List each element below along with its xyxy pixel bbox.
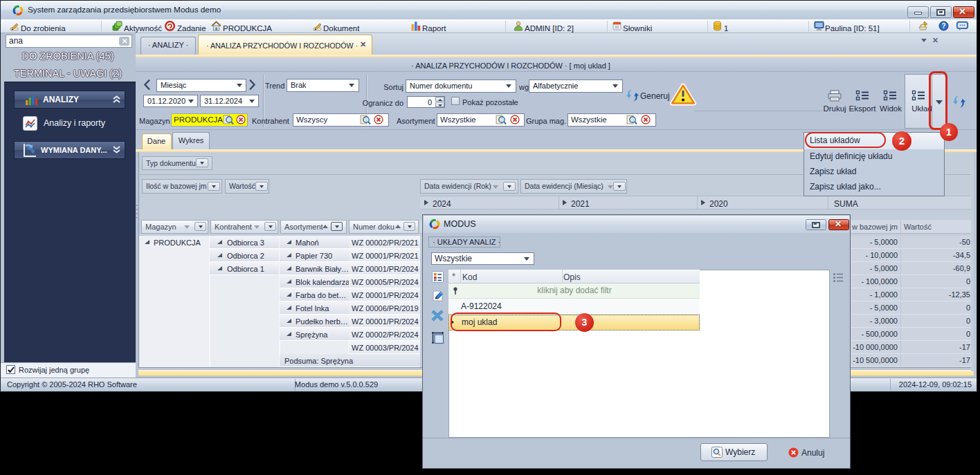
svg-text:?: ?: [941, 22, 945, 30]
